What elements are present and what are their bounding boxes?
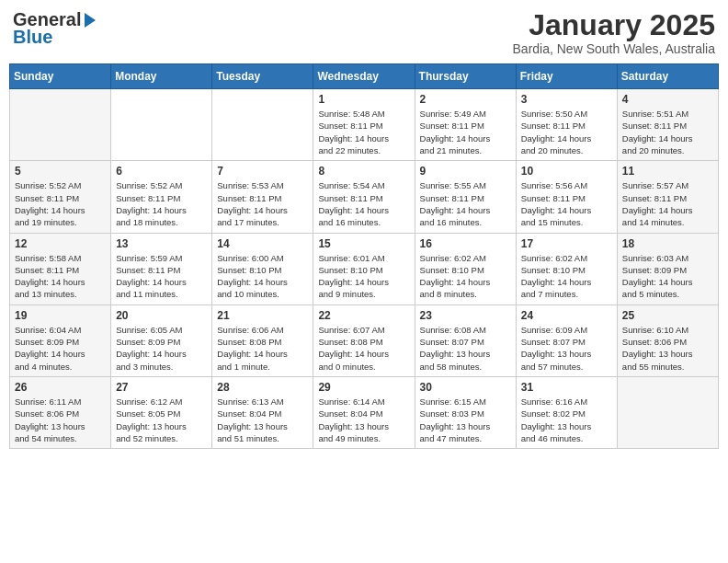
day-number: 27: [116, 381, 207, 394]
title-block: January 2025 Bardia, New South Wales, Au…: [513, 9, 715, 56]
day-number: 31: [521, 381, 612, 394]
day-number: 12: [15, 237, 106, 250]
day-number: 5: [15, 165, 106, 178]
header-monday: Monday: [111, 64, 212, 89]
day-info: Sunrise: 5:51 AM Sunset: 8:11 PM Dayligh…: [622, 108, 713, 156]
page-subtitle: Bardia, New South Wales, Australia: [513, 41, 715, 56]
day-info: Sunrise: 6:01 AM Sunset: 8:10 PM Dayligh…: [318, 252, 409, 301]
calendar-week-row: 26Sunrise: 6:11 AM Sunset: 8:06 PM Dayli…: [10, 376, 719, 448]
day-info: Sunrise: 6:00 AM Sunset: 8:10 PM Dayligh…: [217, 252, 308, 301]
table-row: 24Sunrise: 6:09 AM Sunset: 8:07 PM Dayli…: [516, 304, 617, 376]
table-row: 31Sunrise: 6:16 AM Sunset: 8:02 PM Dayli…: [516, 376, 617, 448]
table-row: 9Sunrise: 5:55 AM Sunset: 8:11 PM Daylig…: [415, 161, 516, 233]
logo-blue: Blue: [13, 27, 52, 48]
day-info: Sunrise: 6:02 AM Sunset: 8:10 PM Dayligh…: [420, 252, 511, 301]
table-row: 4Sunrise: 5:51 AM Sunset: 8:11 PM Daylig…: [617, 89, 718, 161]
day-info: Sunrise: 5:52 AM Sunset: 8:11 PM Dayligh…: [116, 179, 207, 228]
day-info: Sunrise: 6:09 AM Sunset: 8:07 PM Dayligh…: [521, 324, 612, 373]
day-info: Sunrise: 6:12 AM Sunset: 8:05 PM Dayligh…: [116, 396, 207, 444]
header-sunday: Sunday: [10, 64, 111, 89]
day-number: 14: [217, 237, 308, 250]
day-info: Sunrise: 6:05 AM Sunset: 8:09 PM Dayligh…: [116, 324, 207, 373]
table-row: 14Sunrise: 6:00 AM Sunset: 8:10 PM Dayli…: [212, 233, 313, 304]
table-row: 28Sunrise: 6:13 AM Sunset: 8:04 PM Dayli…: [212, 376, 313, 448]
calendar-table: Sunday Monday Tuesday Wednesday Thursday…: [9, 63, 719, 449]
table-row: [212, 89, 313, 161]
day-number: 28: [217, 381, 308, 394]
day-info: Sunrise: 5:48 AM Sunset: 8:11 PM Dayligh…: [318, 108, 409, 156]
table-row: 30Sunrise: 6:15 AM Sunset: 8:03 PM Dayli…: [415, 376, 516, 448]
table-row: 13Sunrise: 5:59 AM Sunset: 8:11 PM Dayli…: [111, 233, 212, 304]
table-row: 5Sunrise: 5:52 AM Sunset: 8:11 PM Daylig…: [10, 161, 111, 233]
table-row: 18Sunrise: 6:03 AM Sunset: 8:09 PM Dayli…: [617, 233, 718, 304]
table-row: 3Sunrise: 5:50 AM Sunset: 8:11 PM Daylig…: [516, 89, 617, 161]
day-number: 13: [116, 237, 207, 250]
day-number: 24: [521, 309, 612, 322]
day-info: Sunrise: 5:57 AM Sunset: 8:11 PM Dayligh…: [622, 179, 713, 228]
table-row: 15Sunrise: 6:01 AM Sunset: 8:10 PM Dayli…: [313, 233, 415, 304]
day-info: Sunrise: 5:59 AM Sunset: 8:11 PM Dayligh…: [116, 252, 207, 301]
calendar-week-row: 1Sunrise: 5:48 AM Sunset: 8:11 PM Daylig…: [10, 89, 719, 161]
day-info: Sunrise: 5:49 AM Sunset: 8:11 PM Dayligh…: [420, 108, 511, 156]
table-row: 8Sunrise: 5:54 AM Sunset: 8:11 PM Daylig…: [313, 161, 415, 233]
day-info: Sunrise: 6:11 AM Sunset: 8:06 PM Dayligh…: [15, 396, 106, 444]
table-row: 21Sunrise: 6:06 AM Sunset: 8:08 PM Dayli…: [212, 304, 313, 376]
table-row: 25Sunrise: 6:10 AM Sunset: 8:06 PM Dayli…: [617, 304, 718, 376]
table-row: 17Sunrise: 6:02 AM Sunset: 8:10 PM Dayli…: [516, 233, 617, 304]
day-number: 18: [622, 237, 713, 250]
table-row: 16Sunrise: 6:02 AM Sunset: 8:10 PM Dayli…: [415, 233, 516, 304]
day-info: Sunrise: 6:04 AM Sunset: 8:09 PM Dayligh…: [15, 324, 106, 373]
day-number: 16: [420, 237, 511, 250]
table-row: 7Sunrise: 5:53 AM Sunset: 8:11 PM Daylig…: [212, 161, 313, 233]
day-info: Sunrise: 5:52 AM Sunset: 8:11 PM Dayligh…: [15, 179, 106, 228]
day-info: Sunrise: 6:16 AM Sunset: 8:02 PM Dayligh…: [521, 396, 612, 444]
table-row: 20Sunrise: 6:05 AM Sunset: 8:09 PM Dayli…: [111, 304, 212, 376]
day-info: Sunrise: 5:58 AM Sunset: 8:11 PM Dayligh…: [15, 252, 106, 301]
day-number: 26: [15, 381, 106, 394]
day-number: 11: [622, 165, 713, 178]
day-number: 10: [521, 165, 612, 178]
table-row: 22Sunrise: 6:07 AM Sunset: 8:08 PM Dayli…: [313, 304, 415, 376]
table-row: 26Sunrise: 6:11 AM Sunset: 8:06 PM Dayli…: [10, 376, 111, 448]
logo-arrow-icon: [85, 13, 96, 28]
page-header: General Blue January 2025 Bardia, New So…: [9, 9, 719, 56]
table-row: 19Sunrise: 6:04 AM Sunset: 8:09 PM Dayli…: [10, 304, 111, 376]
day-info: Sunrise: 6:02 AM Sunset: 8:10 PM Dayligh…: [521, 252, 612, 301]
day-info: Sunrise: 5:53 AM Sunset: 8:11 PM Dayligh…: [217, 179, 308, 228]
header-wednesday: Wednesday: [313, 64, 415, 89]
day-number: 30: [420, 381, 511, 394]
day-info: Sunrise: 5:55 AM Sunset: 8:11 PM Dayligh…: [420, 179, 511, 228]
table-row: 6Sunrise: 5:52 AM Sunset: 8:11 PM Daylig…: [111, 161, 212, 233]
day-number: 2: [420, 93, 511, 106]
calendar-week-row: 5Sunrise: 5:52 AM Sunset: 8:11 PM Daylig…: [10, 161, 719, 233]
day-number: 23: [420, 309, 511, 322]
table-row: 27Sunrise: 6:12 AM Sunset: 8:05 PM Dayli…: [111, 376, 212, 448]
day-number: 8: [318, 165, 409, 178]
day-info: Sunrise: 6:14 AM Sunset: 8:04 PM Dayligh…: [318, 396, 409, 444]
day-number: 17: [521, 237, 612, 250]
day-number: 6: [116, 165, 207, 178]
table-row: [617, 376, 718, 448]
day-number: 29: [318, 381, 409, 394]
day-info: Sunrise: 5:56 AM Sunset: 8:11 PM Dayligh…: [521, 179, 612, 228]
table-row: 29Sunrise: 6:14 AM Sunset: 8:04 PM Dayli…: [313, 376, 415, 448]
day-number: 7: [217, 165, 308, 178]
day-info: Sunrise: 5:54 AM Sunset: 8:11 PM Dayligh…: [318, 179, 409, 228]
table-row: 12Sunrise: 5:58 AM Sunset: 8:11 PM Dayli…: [10, 233, 111, 304]
header-tuesday: Tuesday: [212, 64, 313, 89]
header-thursday: Thursday: [415, 64, 516, 89]
table-row: [111, 89, 212, 161]
day-info: Sunrise: 6:03 AM Sunset: 8:09 PM Dayligh…: [622, 252, 713, 301]
table-row: [10, 89, 111, 161]
header-saturday: Saturday: [617, 64, 718, 89]
calendar-header-row: Sunday Monday Tuesday Wednesday Thursday…: [10, 64, 719, 89]
day-number: 15: [318, 237, 409, 250]
day-number: 22: [318, 309, 409, 322]
table-row: 23Sunrise: 6:08 AM Sunset: 8:07 PM Dayli…: [415, 304, 516, 376]
day-info: Sunrise: 6:07 AM Sunset: 8:08 PM Dayligh…: [318, 324, 409, 373]
day-number: 1: [318, 93, 409, 106]
page-title: January 2025: [513, 9, 715, 41]
day-number: 3: [521, 93, 612, 106]
logo: General Blue: [13, 9, 96, 48]
day-number: 20: [116, 309, 207, 322]
